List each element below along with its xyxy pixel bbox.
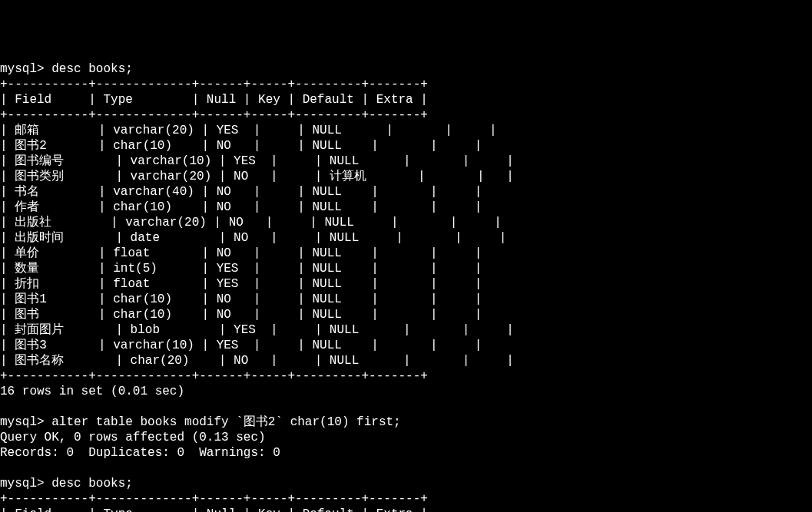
table1-row: | 图书1 | char(10) | NO | | NULL | | | [0,292,482,306]
table1-row: | 图书类别 | varchar(20) | NO | | 计算机 | | | [0,170,514,183]
prompt: mysql> [0,415,45,429]
command-desc-1: desc books; [51,62,133,76]
table2-header: | Field | Type | Null | Key | Default | … [0,507,428,512]
result-alter-records: Records: 0 Duplicates: 0 Warnings: 0 [0,446,280,460]
table1-row: | 作者 | char(10) | NO | | NULL | | | [0,200,482,214]
result-rows: 16 rows in set (0.01 sec) [0,385,184,398]
table1-row: | 图书 | char(10) | NO | | NULL | | | [0,308,482,322]
table1-row: | 邮箱 | varchar(20) | YES | | NULL | | | [0,124,497,137]
table1-row: | 单价 | float | NO | | NULL | | | [0,246,482,260]
table1-row: | 折扣 | float | YES | | NULL | | | [0,277,482,291]
table1-row: | 出版时间 | date | NO | | NULL | | | [0,231,506,245]
table2-border-top: +-----------+-------------+------+-----+… [0,492,428,506]
table1-row: | 图书编号 | varchar(10) | YES | | NULL | | … [0,154,514,168]
table1-border-bot: +-----------+-------------+------+-----+… [0,369,428,383]
table1-border-top: +-----------+-------------+------+-----+… [0,78,428,91]
table1-row: | 图书2 | char(10) | NO | | NULL | | | [0,139,482,153]
table1-border-mid: +-----------+-------------+------+-----+… [0,108,428,122]
table1-row: | 图书名称 | char(20) | NO | | NULL | | | [0,354,514,368]
table1-row: | 封面图片 | blob | YES | | NULL | | | [0,323,514,337]
terminal-output: mysql> desc books; +-----------+--------… [0,61,812,512]
prompt: mysql> [0,477,45,491]
table1-header: | Field | Type | Null | Key | Default | … [0,93,428,107]
table1-row: | 图书3 | varchar(10) | YES | | NULL | | | [0,339,482,352]
command-alter: alter table books modify `图书2` char(10) … [51,415,400,429]
table1-row: | 书名 | varchar(40) | NO | | NULL | | | [0,185,482,199]
command-desc-2: desc books; [51,477,133,491]
result-alter-ok: Query OK, 0 rows affected (0.13 sec) [0,431,266,444]
table1-row: | 数量 | int(5) | YES | | NULL | | | [0,262,482,276]
prompt: mysql> [0,62,45,76]
table1-row: | 出版社 | varchar(20) | NO | | NULL | | | [0,216,502,230]
